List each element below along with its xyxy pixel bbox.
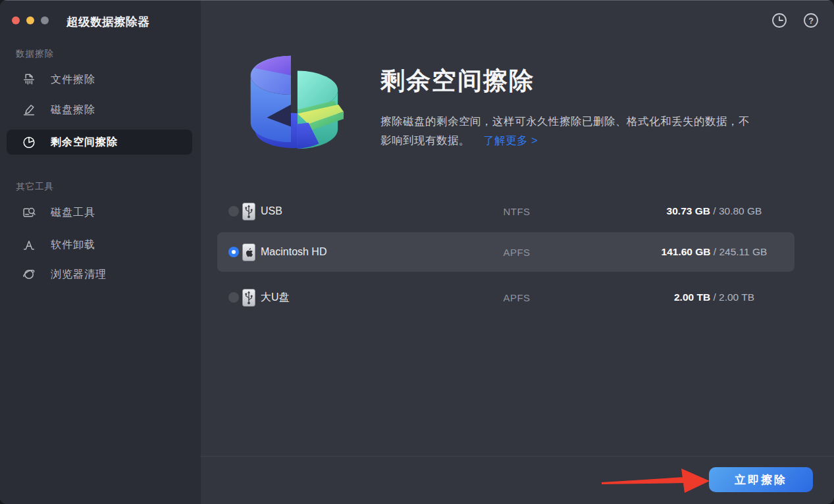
app-uninstall-icon [22,238,36,252]
browser-planet-icon [22,267,36,282]
disk-tool-icon [22,205,36,220]
learn-more-link[interactable]: 了解更多 > [483,134,538,146]
window-zoom-button[interactable] [41,16,49,24]
app-title: 超级数据擦除器 [66,14,149,30]
drive-total-space: 245.11 GB [719,246,767,257]
drive-free-space: 141.60 GB [662,246,711,257]
free-space-erase-illustration [236,46,346,157]
sidebar-item-disk-tool[interactable]: 磁盘工具 [7,200,192,225]
sidebar-item-label: 文件擦除 [51,73,95,87]
drive-row-big-usb[interactable]: 大U盘 APFS 2.00 TB / 2.00 TB [217,278,795,317]
page-description: 擦除磁盘的剩余空间，这样可永久性擦除已删除、格式化和丢失的数据，不 影响到现有数… [380,112,789,150]
radio-selected[interactable] [228,247,239,257]
window-minimize-button[interactable] [26,16,34,24]
drive-size: 2.00 TB / 2.00 TB [648,291,780,303]
annotation-arrow-icon [598,462,716,501]
usb-drive-icon [242,289,255,307]
sidebar-item-label: 剩余空间擦除 [51,136,118,149]
drive-free-space: 2.00 TB [674,291,710,303]
app-window: 超级数据擦除器 数据擦除 文件擦除 磁盘擦除 [0,0,834,504]
size-separator: / [710,205,719,216]
window-close-button[interactable] [12,16,20,24]
drive-row-macintosh-hd[interactable]: Macintosh HD APFS 141.60 GB / 245.11 GB [217,232,795,272]
sidebar: 超级数据擦除器 数据擦除 文件擦除 磁盘擦除 [0,0,201,504]
history-clock-icon[interactable] [771,13,787,28]
size-separator: / [710,291,719,303]
drive-free-space: 30.73 GB [667,205,710,216]
drive-total-space: 30.80 GB [719,205,762,216]
usb-drive-icon [242,203,255,220]
drive-filesystem: NTFS [471,206,563,217]
pie-chart-icon [22,135,36,149]
footer-divider [201,456,834,457]
description-line-2: 影响到现有数据。 [380,134,470,146]
sidebar-item-label: 磁盘工具 [51,206,95,220]
description-line-1: 擦除磁盘的剩余空间，这样可永久性擦除已删除、格式化和丢失的数据，不 [380,115,750,127]
help-icon[interactable]: ? [803,13,819,28]
sidebar-item-label: 浏览器清理 [51,268,107,282]
drive-total-space: 2.00 TB [719,291,754,303]
drive-name: 大U盘 [261,291,290,305]
apple-drive-icon [242,243,255,261]
file-shredder-icon [22,72,36,87]
sidebar-item-label: 软件卸载 [51,238,95,252]
drive-filesystem: APFS [471,292,563,303]
sidebar-section-header-data-erase: 数据擦除 [16,48,54,60]
disk-erase-icon [22,103,36,117]
sidebar-item-label: 磁盘擦除 [51,103,95,117]
drive-row-usb[interactable]: USB NTFS 30.73 GB / 30.80 GB [217,191,795,231]
radio-unselected[interactable] [228,292,239,303]
erase-now-button[interactable]: 立即擦除 [709,467,813,492]
sidebar-item-free-space-erase[interactable]: 剩余空间擦除 [7,130,192,155]
radio-unselected[interactable] [228,206,239,216]
page-title: 剩余空间擦除 [380,64,534,97]
sidebar-section-header-other-tools: 其它工具 [16,181,54,193]
size-separator: / [711,246,719,257]
sidebar-item-file-erase[interactable]: 文件擦除 [7,67,192,92]
drive-filesystem: APFS [471,247,563,258]
drive-size: 141.60 GB / 245.11 GB [648,246,780,258]
sidebar-item-disk-erase[interactable]: 磁盘擦除 [7,97,192,122]
sidebar-item-app-uninstall[interactable]: 软件卸载 [7,232,192,257]
drive-size: 30.73 GB / 30.80 GB [648,205,780,217]
svg-text:?: ? [808,16,814,26]
drive-name: Macintosh HD [261,246,326,258]
drive-name: USB [261,205,282,217]
sidebar-item-browser-clean[interactable]: 浏览器清理 [7,262,192,287]
